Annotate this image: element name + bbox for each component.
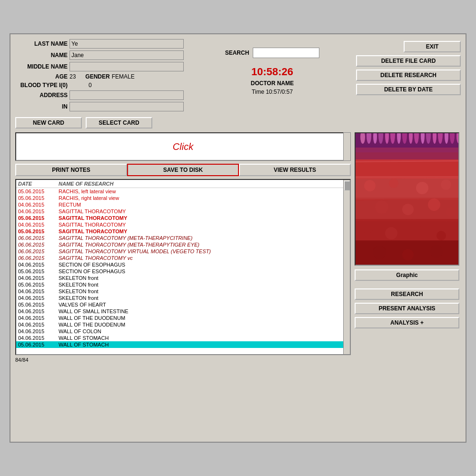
middle-name-input[interactable] xyxy=(69,62,184,71)
table-cell-date: 04.06.2015 xyxy=(16,221,57,228)
table-row[interactable]: 04.06.2015SECTION OF ESOPHAGUS xyxy=(16,261,350,268)
table-row[interactable]: 06.06.2015SAGITTAL THORACOTOMY vc xyxy=(16,255,350,261)
image-wrapper xyxy=(355,132,459,266)
notes-area-wrapper: Click xyxy=(15,132,351,161)
table-row[interactable]: 04.06.2015WALL OF COLON xyxy=(16,328,350,335)
click-text: Click xyxy=(173,141,193,152)
svg-point-44 xyxy=(430,245,443,258)
table-cell-research: WALL OF THE DUODENUM xyxy=(57,315,350,321)
table-cell-date: 04.06.2015 xyxy=(16,275,57,281)
notes-scrollbar[interactable] xyxy=(343,132,351,161)
svg-point-36 xyxy=(428,198,440,211)
exit-button[interactable]: EXIT xyxy=(404,41,461,52)
table-cell-research: SKELETON front xyxy=(57,295,350,301)
last-name-input[interactable] xyxy=(69,39,184,49)
in-input[interactable] xyxy=(69,102,184,111)
table-row[interactable]: 05.06.2015SECTION OF ESOPHAGUS xyxy=(16,268,350,275)
left-form: LAST NAME NAME MIDDLE NAME AGE 23 GENDER… xyxy=(15,39,225,113)
name-label: NAME xyxy=(15,52,68,59)
address-input[interactable] xyxy=(69,90,184,100)
table-cell-date: 05.06.2015 xyxy=(16,301,57,308)
table-cell-date: 04.06.2015 xyxy=(16,328,57,335)
svg-point-33 xyxy=(441,179,451,190)
table-row[interactable]: 05.06.2015WALL OF STOMACH xyxy=(16,341,350,348)
table-row[interactable]: 06.06.2015SAGITTAL THORACOTOMY VIRTUAL M… xyxy=(16,248,350,255)
svg-point-40 xyxy=(412,225,423,237)
table-row[interactable]: 06.06.2015SAGITTAL THORACOTOMY (META-THE… xyxy=(16,235,350,241)
table-row[interactable]: 04.06.2015WALL OF STOMACH xyxy=(16,335,350,341)
save-to-disk-button[interactable]: SAVE TO DISK xyxy=(127,164,239,176)
table-cell-research: WALL OF SMALL INTESTINE xyxy=(57,308,350,315)
search-input[interactable] xyxy=(253,48,319,58)
delete-research-button[interactable]: DELETE RESEARCH xyxy=(356,69,461,81)
age-value: 23 xyxy=(69,73,76,80)
blood-type-label: BLOOD TYPE I(0) xyxy=(15,82,68,89)
table-cell-date: 04.06.2015 xyxy=(16,308,57,315)
data-table-container: DATE NAME OF RESEARCH 05.06.2015RACHIS, … xyxy=(15,179,351,355)
age-label: AGE xyxy=(15,73,68,80)
table-cell-date: 05.06.2015 xyxy=(16,228,57,235)
svg-point-37 xyxy=(446,207,456,217)
table-row[interactable]: 04.06.2015RECTUM xyxy=(16,201,350,208)
table-cell-research: SAGITTAL THORACOTOMY xyxy=(57,221,350,228)
main-window: LAST NAME NAME MIDDLE NAME AGE 23 GENDER… xyxy=(10,33,466,443)
svg-point-42 xyxy=(373,246,386,259)
table-cell-date: 06.06.2015 xyxy=(16,255,57,261)
analysis-plus-button[interactable]: ANALYSIS + xyxy=(355,317,459,328)
right-action-buttons: RESEARCH PRESENT ANALYSIS ANALYSIS + xyxy=(355,288,461,328)
notes-area[interactable]: Click xyxy=(15,132,351,161)
select-card-button[interactable]: SELECT CARD xyxy=(86,117,152,129)
search-label: SEARCH xyxy=(225,50,249,56)
table-row[interactable]: 05.06.2015SKELETON front xyxy=(16,281,350,288)
new-card-button[interactable]: NEW CARD xyxy=(15,117,82,129)
svg-point-34 xyxy=(375,200,388,214)
table-row[interactable]: 04.06.2015WALL OF THE DUODENUM xyxy=(16,321,350,328)
table-row[interactable]: 05.06.2015VALVES OF HEART xyxy=(16,301,350,308)
table-cell-date: 04.06.2015 xyxy=(16,201,57,208)
view-results-button[interactable]: VIEW RESULTS xyxy=(239,164,351,176)
table-row[interactable]: 04.06.2015SKELETON front xyxy=(16,295,350,301)
table-row[interactable]: 04.06.2015WALL OF SMALL INTESTINE xyxy=(16,308,350,315)
graphic-button[interactable]: Graphic xyxy=(355,269,459,281)
table-row[interactable]: 05.06.2015RACHIS, right lateral view xyxy=(16,195,350,201)
table-scrollbar[interactable] xyxy=(343,180,350,354)
table-cell-date: 04.06.2015 xyxy=(16,295,57,301)
table-row[interactable]: 05.06.2015SAGITTAL THORACOTOMY xyxy=(16,228,350,235)
table-cell-date: 04.06.2015 xyxy=(16,208,57,215)
table-cell-research: RECTUM xyxy=(57,201,350,208)
table-cell-date: 04.06.2015 xyxy=(16,335,57,341)
time-display: 10:58:26 xyxy=(251,66,293,78)
gender-value: FEMALE xyxy=(112,73,135,80)
print-notes-button[interactable]: PRINT NOTES xyxy=(15,164,127,176)
status-bar: 84/84 xyxy=(15,357,351,363)
svg-point-31 xyxy=(389,178,398,188)
middle-name-label: MIDDLE NAME xyxy=(15,63,68,70)
table-row[interactable]: 05.06.2015SAGITTAL THORACOTOMY xyxy=(16,215,350,221)
svg-point-39 xyxy=(385,227,397,239)
gender-label: GENDER xyxy=(85,73,109,80)
name-input[interactable] xyxy=(69,50,184,60)
table-row[interactable]: 04.06.2015SKELETON front xyxy=(16,288,350,295)
table-cell-date: 04.06.2015 xyxy=(16,288,57,295)
table-cell-research: RACHIS, left lateral view xyxy=(57,188,350,195)
data-table: DATE NAME OF RESEARCH 05.06.2015RACHIS, … xyxy=(16,180,350,348)
delete-file-card-button[interactable]: DELETE FILE CARD xyxy=(356,55,461,67)
research-button[interactable]: RESEARCH xyxy=(355,288,459,300)
table-cell-research: SECTION OF ESOPHAGUS xyxy=(57,268,350,275)
table-row[interactable]: 04.06.2015WALL OF THE DUODENUM xyxy=(16,315,350,321)
col-date-header: DATE xyxy=(16,180,57,188)
table-row[interactable]: 06.06.2015SAGITTAL THORACOTOMY (META-THE… xyxy=(16,241,350,248)
action-buttons: PRINT NOTES SAVE TO DISK VIEW RESULTS xyxy=(15,164,351,176)
delete-by-date-button[interactable]: DELETE BY DATE xyxy=(356,84,461,95)
table-row[interactable]: 04.06.2015SKELETON front xyxy=(16,275,350,281)
svg-point-32 xyxy=(416,182,428,194)
table-row[interactable]: 04.06.2015SAGITTAL THORACOTOMY xyxy=(16,208,350,215)
present-analysis-button[interactable]: PRESENT ANALYSIS xyxy=(355,303,459,314)
form-area: LAST NAME NAME MIDDLE NAME AGE 23 GENDER… xyxy=(15,39,461,113)
table-cell-research: SAGITTAL THORACOTOMY vc xyxy=(57,255,350,261)
table-row[interactable]: 04.06.2015SAGITTAL THORACOTOMY xyxy=(16,221,350,228)
time-info: Time 10:57/0:57 xyxy=(252,89,293,95)
scrollbar-thumb xyxy=(344,181,350,190)
table-row[interactable]: 05.06.2015RACHIS, left lateral view xyxy=(16,188,350,195)
table-cell-research: SAGITTAL THORACOTOMY VIRTUAL MODEL (VEGE… xyxy=(57,248,350,255)
